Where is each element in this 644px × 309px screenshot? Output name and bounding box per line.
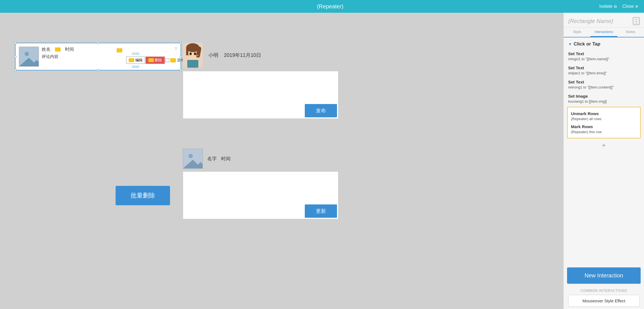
user-name: 小明 <box>208 52 218 59</box>
highlighted-actions: Unmark Rows (Repeater) all rows Mark Row… <box>567 107 641 138</box>
handle-tm[interactable] <box>97 42 99 44</box>
common-interactions-section: COMMON INTERACTIONS Mouseover Style Effe… <box>564 287 644 309</box>
right-section: 小明 2019年11月10日 发布 <box>183 43 338 119</box>
close-label: Close <box>622 4 634 9</box>
handle-br[interactable] <box>180 69 182 71</box>
delete-button[interactable]: ⚡ 删除 <box>146 57 165 64</box>
comment-publish-wrap: 发布 <box>183 71 338 119</box>
update-bar: 更新 <box>183 203 338 219</box>
tab-notes[interactable]: Notes <box>617 27 644 37</box>
bulk-delete-wrap: 批量删除 <box>116 180 170 205</box>
svg-point-11 <box>187 55 190 56</box>
svg-rect-6 <box>186 47 188 55</box>
add-action-button[interactable]: + <box>602 142 606 149</box>
common-interactions-label: COMMON INTERACTIONS <box>568 289 640 293</box>
handle-row-top <box>132 53 139 55</box>
svg-point-10 <box>194 52 196 55</box>
close-button[interactable]: Close ✕ <box>622 4 638 9</box>
name-label: 姓名 <box>42 47 51 52</box>
second-time-label: 时间 <box>221 156 231 162</box>
handle[interactable] <box>137 66 139 68</box>
handle[interactable] <box>132 66 134 68</box>
panel-title: (Rectangle Name) <box>568 18 613 24</box>
avatar-svg <box>183 43 203 68</box>
action-set-text-3: Set Text neirong1 to "[[Item.content]]" <box>564 77 644 92</box>
svg-point-9 <box>189 52 192 55</box>
handle[interactable] <box>132 53 134 55</box>
main-area: 姓名 ⚡ 时间 评论内容 ▽ ⚡ <box>0 13 644 309</box>
top-bar: (Repeater) Isolate ⧉ Close ✕ <box>0 0 644 13</box>
svg-rect-13 <box>187 60 198 68</box>
button-group: ⚡ 编辑 ⚡ 删除 ⚡ 选中 <box>126 57 184 64</box>
update-button[interactable]: 更新 <box>305 204 337 218</box>
time-label: 时间 <box>65 47 74 52</box>
action-unmark-rows: Unmark Rows (Repeater) all rows <box>568 110 640 123</box>
second-card: 名字 时间 更新 <box>183 149 338 219</box>
panel-tabs: Style Interactions Notes <box>564 27 644 37</box>
lightning-badge-2: ⚡ <box>117 48 122 52</box>
panel-header: (Rectangle Name) ⋮ <box>564 13 644 27</box>
lightning-badge-delete: ⚡ <box>148 58 154 62</box>
lightning-badge-edit: ⚡ <box>129 58 134 62</box>
publish-bar: 发布 <box>183 103 338 118</box>
close-icon: ✕ <box>635 4 638 9</box>
user-date: 2019年11月10日 <box>224 52 261 59</box>
second-avatar <box>183 149 203 169</box>
tab-style[interactable]: Style <box>564 27 590 37</box>
image-placeholder-icon <box>19 47 39 67</box>
second-comment-publish-wrap: 更新 <box>183 171 338 219</box>
panel-menu-button[interactable]: ⋮ <box>633 17 640 25</box>
action-row: ⚡ 编辑 ⚡ 删除 ⚡ 选中 <box>126 57 184 64</box>
svg-point-12 <box>196 55 199 56</box>
repeater-title: (Repeater) <box>317 3 344 10</box>
avatar-placeholder <box>19 47 39 67</box>
isolate-icon: ⧉ <box>614 4 617 9</box>
badge-row: ⚡ <box>117 48 122 52</box>
click-tap-header: ▼ Click or Tap <box>564 37 644 49</box>
isolate-label: Isolate <box>599 4 612 9</box>
handle-ml[interactable] <box>14 56 16 58</box>
handle-bm[interactable] <box>97 69 99 71</box>
click-tap-arrow-icon: ▼ <box>568 42 572 46</box>
edit-button[interactable]: ⚡ 编辑 <box>126 57 145 64</box>
interactions-list: ▼ Click or Tap Set Text mingzi1 to "[[It… <box>564 37 644 265</box>
canvas-area: 姓名 ⚡ 时间 评论内容 ▽ ⚡ <box>0 13 563 309</box>
action-set-image: Set Image touxiang1 to [[Item.img]] <box>564 92 644 106</box>
action-set-text-1: Set Text mingzi1 to "[[Item.name]]" <box>564 49 644 63</box>
second-name-label: 名字 <box>207 156 217 162</box>
tab-interactions[interactable]: Interactions <box>590 27 617 37</box>
click-tap-label: Click or Tap <box>574 41 600 47</box>
second-comment-input[interactable] <box>183 172 338 202</box>
isolate-button[interactable]: Isolate ⧉ <box>599 4 617 9</box>
handle[interactable] <box>134 53 136 55</box>
edit-btn-wrap: ⚡ 编辑 <box>126 57 145 64</box>
second-user-row: 名字 时间 <box>183 149 338 169</box>
lightning-badge-select: ⚡ <box>170 58 176 62</box>
handle-row-bottom <box>132 66 139 68</box>
handle[interactable] <box>134 66 136 68</box>
select-checkbox[interactable]: ⚡ 选中 <box>165 58 184 63</box>
handle-tl[interactable] <box>14 42 16 44</box>
publish-button[interactable]: 发布 <box>305 104 337 117</box>
action-mark-rows: Mark Rows (Repeater) this row <box>568 123 640 136</box>
dropdown-arrow: ▽ <box>175 47 177 50</box>
svg-point-1 <box>24 52 29 56</box>
click-tap-section: ▼ Click or Tap Set Text mingzi1 to "[[It… <box>564 37 644 151</box>
action-set-text-2: Set Text shijian1 to "[[Item.time]]" <box>564 63 644 77</box>
new-interaction-button[interactable]: New Interaction <box>567 267 641 284</box>
mouseover-style-button[interactable]: Mouseover Style Effect <box>568 295 640 307</box>
checkbox[interactable] <box>165 58 169 62</box>
handle-bl[interactable] <box>14 69 16 71</box>
add-btn-row: + <box>564 140 644 151</box>
anime-avatar <box>183 43 203 68</box>
right-panel: (Rectangle Name) ⋮ Style Interactions No… <box>563 13 644 309</box>
handle-tr[interactable] <box>180 42 182 44</box>
second-image-placeholder <box>183 149 203 169</box>
handle[interactable] <box>137 53 139 55</box>
user-info-row: 小明 2019年11月10日 <box>183 43 338 68</box>
comment-input[interactable] <box>183 71 338 102</box>
lightning-badge-name: ⚡ <box>55 47 61 52</box>
svg-point-15 <box>188 154 193 158</box>
bulk-delete-button[interactable]: 批量删除 <box>116 186 170 205</box>
